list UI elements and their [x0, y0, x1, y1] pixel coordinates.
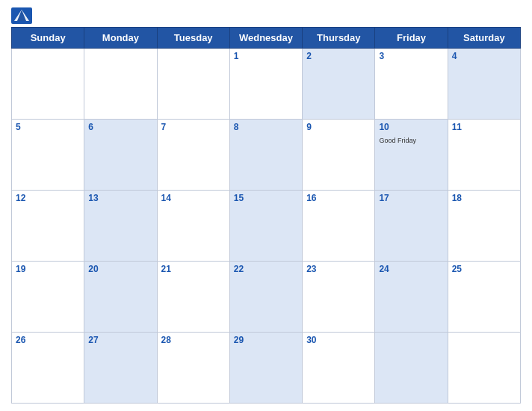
calendar-cell: 23	[303, 262, 375, 333]
calendar-cell: 16	[303, 191, 375, 262]
week-row-0: 1234	[12, 49, 521, 120]
calendar-cell: 19	[12, 262, 84, 333]
weekday-header-friday: Friday	[375, 28, 448, 49]
week-row-3: 19202122232425	[12, 262, 521, 333]
calendar-cell: 24	[375, 262, 448, 333]
calendar-cell: 20	[84, 262, 157, 333]
weekday-header-monday: Monday	[84, 28, 157, 49]
day-number: 24	[379, 264, 443, 274]
calendar-cell	[12, 49, 84, 120]
calendar-cell	[375, 333, 448, 404]
day-number: 2	[306, 51, 371, 61]
calendar-cell: 12	[12, 191, 84, 262]
calendar-cell: 30	[303, 333, 375, 404]
day-number: 19	[16, 264, 80, 274]
page-header	[11, 7, 521, 24]
day-number: 4	[452, 51, 516, 61]
calendar-cell: 2	[303, 49, 375, 120]
day-number: 9	[306, 122, 371, 132]
logo-icon	[11, 7, 32, 24]
day-number: 25	[452, 264, 516, 274]
calendar-cell: 4	[448, 49, 520, 120]
calendar-cell	[157, 49, 229, 120]
calendar-cell: 11	[448, 120, 520, 191]
week-row-4: 2627282930	[12, 333, 521, 404]
day-number: 20	[88, 264, 152, 274]
day-number: 8	[234, 122, 298, 132]
calendar-cell: 25	[448, 262, 520, 333]
cell-event: Good Friday	[379, 137, 416, 144]
calendar-cell: 8	[229, 120, 302, 191]
weekday-header-thursday: Thursday	[303, 28, 375, 49]
calendar-cell: 29	[229, 333, 302, 404]
day-number: 23	[306, 264, 371, 274]
day-number: 21	[161, 264, 226, 274]
day-number: 7	[161, 122, 226, 132]
calendar-cell: 13	[84, 191, 157, 262]
day-number: 5	[16, 122, 80, 132]
calendar-cell: 21	[157, 262, 229, 333]
day-number: 14	[161, 193, 226, 203]
calendar-cell: 18	[448, 191, 520, 262]
calendar-cell	[84, 49, 157, 120]
day-number: 28	[161, 335, 226, 345]
calendar-cell: 9	[303, 120, 375, 191]
weekday-header-sunday: Sunday	[12, 28, 84, 49]
day-number: 29	[234, 335, 298, 345]
day-number: 18	[452, 193, 516, 203]
calendar-cell: 6	[84, 120, 157, 191]
calendar-cell: 5	[12, 120, 84, 191]
day-number: 15	[234, 193, 298, 203]
day-number: 22	[234, 264, 298, 274]
day-number: 30	[306, 335, 371, 345]
calendar-cell: 22	[229, 262, 302, 333]
day-number: 26	[16, 335, 80, 345]
day-number: 3	[379, 51, 443, 61]
day-number: 27	[88, 335, 152, 345]
weekday-header-tuesday: Tuesday	[157, 28, 229, 49]
logo	[11, 7, 35, 24]
day-number: 11	[452, 122, 516, 132]
calendar-table: SundayMondayTuesdayWednesdayThursdayFrid…	[11, 27, 521, 404]
day-number: 1	[234, 51, 298, 61]
day-number: 16	[306, 193, 371, 203]
calendar-cell: 1	[229, 49, 302, 120]
week-row-1: 5678910Good Friday11	[12, 120, 521, 191]
calendar-cell: 10Good Friday	[375, 120, 448, 191]
day-number: 13	[88, 193, 152, 203]
week-row-2: 12131415161718	[12, 191, 521, 262]
calendar-cell: 28	[157, 333, 229, 404]
day-number: 6	[88, 122, 152, 132]
calendar-cell: 3	[375, 49, 448, 120]
calendar-cell: 7	[157, 120, 229, 191]
calendar-cell: 14	[157, 191, 229, 262]
calendar-cell: 15	[229, 191, 302, 262]
calendar-cell	[448, 333, 520, 404]
day-number: 17	[379, 193, 443, 203]
calendar-cell: 17	[375, 191, 448, 262]
day-number: 10	[379, 122, 443, 132]
calendar-cell: 26	[12, 333, 84, 404]
weekday-header-saturday: Saturday	[448, 28, 520, 49]
weekday-header-wednesday: Wednesday	[229, 28, 302, 49]
weekday-header-row: SundayMondayTuesdayWednesdayThursdayFrid…	[12, 28, 521, 49]
day-number: 12	[16, 193, 80, 203]
calendar-cell: 27	[84, 333, 157, 404]
